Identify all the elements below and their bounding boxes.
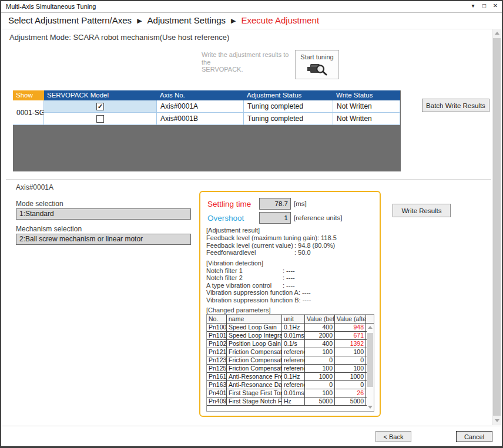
result-line-value: : 94.8 (80.0%) xyxy=(294,242,335,249)
params-row: Pn101Speed Loop Integral Ti0.01ms2000671 xyxy=(207,332,374,340)
axes-table: Show SERVOPACK Model Axis No. Adjustment… xyxy=(13,90,400,125)
param-after: 0 xyxy=(335,381,366,389)
params-row: Pn401First Stage First Torque0.01ms10026 xyxy=(207,389,374,398)
param-before: 0 xyxy=(305,356,335,364)
param-after: 1392 xyxy=(335,340,366,348)
title-bar: Multi-Axis Simultaneous Tuning ▾ □ ✕ xyxy=(1,1,502,13)
param-before: 100 xyxy=(305,389,335,397)
params-row: Pn409First Stage Notch FilterHz50005000 xyxy=(207,398,374,406)
param-unit: reference xyxy=(282,381,305,389)
show-checkbox-axis-b[interactable] xyxy=(96,115,104,123)
column-header-show: Show xyxy=(13,90,44,100)
main-scrollbar-thumb[interactable] xyxy=(493,38,501,416)
mechanism-selection-label: Mechanism selection xyxy=(16,225,82,233)
vibration-line-label: A type vibration control xyxy=(206,282,283,289)
servo-magnifier-icon xyxy=(306,62,328,76)
maximize-icon[interactable]: □ xyxy=(481,2,487,9)
param-before: 5000 xyxy=(305,398,335,405)
overshoot-value: 1 xyxy=(259,212,291,224)
column-header-write-status: Write Status xyxy=(333,90,400,100)
params-header-spacer xyxy=(366,315,373,323)
main-vertical-scrollbar[interactable] xyxy=(492,29,501,425)
breadcrumb-step-adjustment-settings: Adjustment Settings xyxy=(147,15,226,25)
changed-parameters-table: No. name unit Value (befo Value (afte Pn… xyxy=(206,314,374,412)
params-header-value-after: Value (afte xyxy=(335,315,366,323)
vibration-line-value: : ---- xyxy=(299,289,311,296)
minimize-icon[interactable]: ▾ xyxy=(470,2,476,9)
mode-selection-label: Mode selection xyxy=(16,200,63,208)
param-no: Pn102 xyxy=(207,340,227,348)
cancel-button[interactable]: Cancel xyxy=(456,431,492,442)
section-divider xyxy=(6,179,491,180)
param-name: Friction Compensation xyxy=(227,348,282,356)
result-line-label: Feedback level (maximum tuning gain) xyxy=(206,234,317,242)
show-checkbox-axis-a[interactable]: ✓ xyxy=(96,103,104,110)
param-unit: Hz xyxy=(282,398,305,405)
adjustment-result-text: [Adjustment result] Feedback level (maxi… xyxy=(206,227,378,314)
param-no: Pn121 xyxy=(207,348,227,356)
column-header-axis-no: Axis No. xyxy=(157,90,244,100)
settling-time-value: 78.7 xyxy=(259,198,291,210)
params-scrollbar-thumb[interactable] xyxy=(367,333,373,387)
params-row: Pn163Anti-Resonance Dampireference00 xyxy=(207,381,374,389)
params-header-row: No. name unit Value (befo Value (afte xyxy=(207,315,374,324)
param-name: Anti-Resonance Freque xyxy=(227,373,282,380)
param-name: Anti-Resonance Dampi xyxy=(227,381,282,389)
overshoot-row: Overshoot 1 [reference units] xyxy=(207,212,342,224)
param-unit: 0.1/s xyxy=(282,340,305,348)
param-name: First Stage Notch Filter xyxy=(227,398,282,405)
start-tuning-button[interactable]: Start tuning xyxy=(295,50,339,79)
param-name: Friction Compensation xyxy=(227,356,282,364)
adjustment-result-title: [Adjustment result] xyxy=(206,227,378,234)
param-no: Pn123 xyxy=(207,356,227,364)
vibration-line-label: Notch filter 2 xyxy=(206,274,283,282)
params-row: Pn161Anti-Resonance Freque0.1Hz10001000 xyxy=(207,373,374,381)
param-no: Pn401 xyxy=(207,389,227,397)
param-no: Pn101 xyxy=(207,332,227,339)
breadcrumb: Select Adjustment Pattern/Axes ▶ Adjustm… xyxy=(8,15,319,25)
column-header-adjustment-status: Adjustment Status xyxy=(244,90,333,100)
params-row: Pn123Friction Compensationreference00 xyxy=(207,356,374,365)
scroll-up-icon[interactable] xyxy=(367,324,374,331)
param-unit: 0.1Hz xyxy=(282,373,305,380)
show-cell-axis-b xyxy=(44,113,157,125)
vibration-line: Notch filter 1: ---- xyxy=(206,267,378,275)
param-before: 400 xyxy=(305,324,335,331)
window-controls: ▾ □ ✕ xyxy=(470,2,498,9)
param-after: 5000 xyxy=(335,398,366,405)
param-unit: reference xyxy=(282,356,305,364)
batch-write-results-button[interactable]: Batch Write Results xyxy=(422,99,489,112)
start-tuning-label: Start tuning xyxy=(296,53,338,60)
scroll-up-icon[interactable] xyxy=(492,29,501,38)
param-after: 671 xyxy=(335,332,366,339)
result-line: Feedback level (current value): 94.8 (80… xyxy=(206,242,378,250)
vibration-line-label: Vibration suppression function B xyxy=(206,297,299,304)
param-name: Speed Loop Integral Ti xyxy=(227,332,282,339)
param-after: 100 xyxy=(335,365,366,372)
param-before: 100 xyxy=(305,365,335,372)
write-results-button[interactable]: Write Results xyxy=(393,204,451,217)
breadcrumb-step-execute-adjustment: Execute Adjustment xyxy=(241,15,319,25)
adjustment-status-cell: Tuning completed xyxy=(244,113,333,125)
param-before: 1000 xyxy=(305,373,335,380)
param-no: Pn161 xyxy=(207,373,227,380)
adjustment-status-cell: Tuning completed xyxy=(244,100,333,113)
scroll-down-icon[interactable] xyxy=(367,403,374,410)
vibration-line-value: : ---- xyxy=(283,282,295,289)
back-button[interactable]: < Back xyxy=(375,431,411,442)
result-line: Feedback level (maximum tuning gain): 11… xyxy=(206,234,378,242)
param-name: Speed Loop Gain xyxy=(227,324,282,331)
chevron-right-icon: ▶ xyxy=(137,16,142,25)
axis-no-cell: Axis#0001A xyxy=(157,100,244,113)
vibration-line-label: Notch filter 1 xyxy=(206,267,283,275)
param-name: First Stage First Torque xyxy=(227,389,282,397)
param-before: 2000 xyxy=(305,332,335,339)
param-unit: 0.01ms xyxy=(282,389,305,397)
changed-parameters-title: [Changed parameters] xyxy=(206,306,378,314)
params-table-scrollbar[interactable] xyxy=(367,324,374,410)
param-name: Friction Compensation xyxy=(227,365,282,372)
close-icon[interactable]: ✕ xyxy=(492,2,498,9)
scroll-down-icon[interactable] xyxy=(492,416,501,425)
param-no: Pn409 xyxy=(207,398,227,405)
vibration-line: Vibration suppression function B: ---- xyxy=(206,297,378,304)
